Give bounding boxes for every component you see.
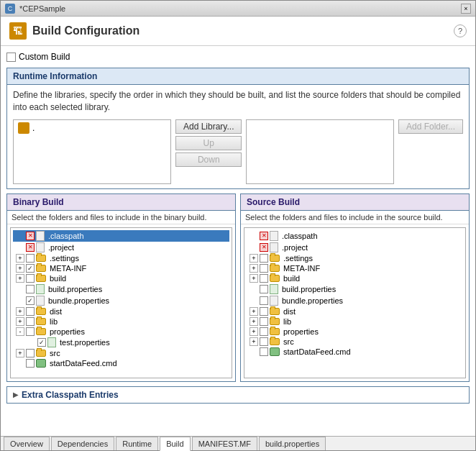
folder-icon	[270, 308, 280, 315]
tab-overview[interactable]: Overview	[4, 437, 50, 450]
tab-runtime[interactable]: Runtime	[116, 437, 158, 450]
x-mark[interactable]: ✕	[26, 243, 35, 252]
checkbox[interactable]	[260, 264, 268, 273]
tab-build[interactable]: Build	[160, 437, 190, 451]
checkbox[interactable]	[26, 285, 35, 293]
close-button[interactable]: ×	[461, 4, 471, 14]
x-mark[interactable]: ✕	[26, 232, 35, 240]
expand-button[interactable]: +	[16, 274, 24, 283]
tree-item[interactable]: build.properties	[13, 283, 229, 295]
checkbox[interactable]	[260, 285, 268, 293]
expand-button[interactable]: +	[16, 349, 24, 357]
checkbox[interactable]	[26, 264, 35, 273]
expand-button[interactable]: +	[250, 254, 258, 263]
expand-button[interactable]: +	[250, 264, 258, 273]
expand-button[interactable]: +	[16, 317, 24, 326]
tree-item[interactable]: +lib	[247, 316, 463, 327]
tree-item[interactable]: startDataFeed.cmd	[247, 347, 463, 357]
checkbox[interactable]	[26, 254, 35, 263]
tree-item[interactable]: +META-INF	[13, 263, 229, 273]
expand-button[interactable]: +	[16, 264, 24, 273]
folder-icon	[270, 255, 280, 262]
checkbox[interactable]	[26, 307, 35, 316]
expand-placeholder	[16, 243, 24, 252]
tree-item[interactable]: +build	[13, 273, 229, 283]
cmd-icon	[36, 359, 46, 368]
expand-button[interactable]: +	[250, 337, 258, 346]
tree-item[interactable]: +src	[13, 348, 229, 358]
tree-item[interactable]: ✕.classpath	[247, 230, 463, 242]
tree-item[interactable]: +META-INF	[247, 263, 463, 273]
tree-item[interactable]: -properties	[13, 327, 229, 337]
tree-item[interactable]: +dist	[247, 306, 463, 316]
page-header-icon: 🏗	[9, 22, 27, 40]
tab-dependencies[interactable]: Dependencies	[51, 437, 114, 450]
checkbox[interactable]	[260, 337, 268, 346]
custom-build-checkbox[interactable]	[6, 53, 16, 62]
x-mark[interactable]: ✕	[260, 243, 268, 252]
folder-list[interactable]	[246, 119, 393, 184]
add-library-button[interactable]: Add Library...	[175, 119, 242, 134]
tree-item[interactable]: ✕.classpath	[13, 230, 229, 242]
checkbox[interactable]	[260, 347, 268, 356]
x-mark[interactable]: ✕	[260, 232, 268, 240]
tree-item[interactable]: bundle.properties	[13, 295, 229, 306]
extra-classpath-label: Extra Classpath Entries	[22, 390, 119, 400]
checkbox[interactable]	[260, 274, 268, 283]
checkbox[interactable]	[37, 338, 46, 347]
expand-button[interactable]: +	[16, 307, 24, 316]
tree-item-label: test.properties	[60, 338, 110, 347]
expand-placeholder	[16, 285, 24, 293]
runtime-section: Runtime Information Define the libraries…	[6, 68, 470, 189]
tree-item[interactable]: +properties	[247, 327, 463, 337]
custom-build-row: Custom Build	[6, 50, 470, 63]
tree-item[interactable]: bundle.properties	[247, 295, 463, 306]
tree-item[interactable]: ✕.project	[13, 242, 229, 253]
help-button[interactable]: ?	[454, 24, 467, 37]
checkbox[interactable]	[26, 349, 35, 357]
checkbox[interactable]	[26, 317, 35, 326]
library-list[interactable]: .	[13, 119, 171, 184]
checkbox[interactable]	[260, 296, 268, 305]
tree-item[interactable]: ✕.project	[247, 242, 463, 253]
extra-classpath-section[interactable]: ▶ Extra Classpath Entries	[6, 386, 470, 404]
checkbox[interactable]	[260, 307, 268, 316]
folder-icon	[36, 328, 46, 335]
tree-item[interactable]: +build	[247, 273, 463, 283]
expand-button[interactable]: +	[250, 307, 258, 316]
source-build-tree[interactable]: ✕.classpath✕.project+.settings+META-INF+…	[244, 227, 466, 378]
tree-item[interactable]: +lib	[13, 316, 229, 327]
folder-icon	[270, 275, 280, 282]
expand-button[interactable]: +	[250, 274, 258, 283]
tree-item[interactable]: +src	[247, 337, 463, 347]
tree-item[interactable]: build.properties	[247, 283, 463, 295]
tab-manifest-mf[interactable]: MANIFEST.MF	[192, 437, 257, 450]
collapse-button[interactable]: -	[16, 327, 24, 336]
tree-item-label: dist	[50, 307, 62, 316]
checkbox[interactable]	[260, 327, 268, 336]
tree-item-label: build	[283, 274, 300, 283]
down-button[interactable]: Down	[175, 152, 242, 167]
add-folder-button[interactable]: Add Folder...	[398, 119, 463, 134]
expand-button[interactable]: +	[250, 317, 258, 326]
binary-build-tree[interactable]: ✕.classpath✕.project+.settings+META-INF+…	[10, 227, 232, 378]
expand-button[interactable]: +	[16, 254, 24, 263]
checkbox[interactable]	[26, 274, 35, 283]
tab-build-properties[interactable]: build.properties	[259, 437, 326, 450]
checkbox[interactable]	[260, 317, 268, 326]
expand-button[interactable]: +	[250, 327, 258, 336]
tree-item[interactable]: +.settings	[13, 253, 229, 263]
tree-item[interactable]: +.settings	[247, 253, 463, 263]
folder-icon	[36, 265, 46, 272]
checkbox[interactable]	[26, 327, 35, 336]
checkbox[interactable]	[260, 254, 268, 263]
checkbox[interactable]	[26, 296, 35, 305]
tree-item[interactable]: startDataFeed.cmd	[13, 358, 229, 368]
custom-build-label: Custom Build	[19, 52, 70, 62]
title-bar-text: *CEPSample	[19, 4, 457, 13]
tree-item-label: .project	[48, 243, 74, 252]
checkbox[interactable]	[26, 359, 35, 368]
tree-item[interactable]: test.properties	[13, 337, 229, 348]
up-button[interactable]: Up	[175, 136, 242, 150]
tree-item[interactable]: +dist	[13, 306, 229, 316]
